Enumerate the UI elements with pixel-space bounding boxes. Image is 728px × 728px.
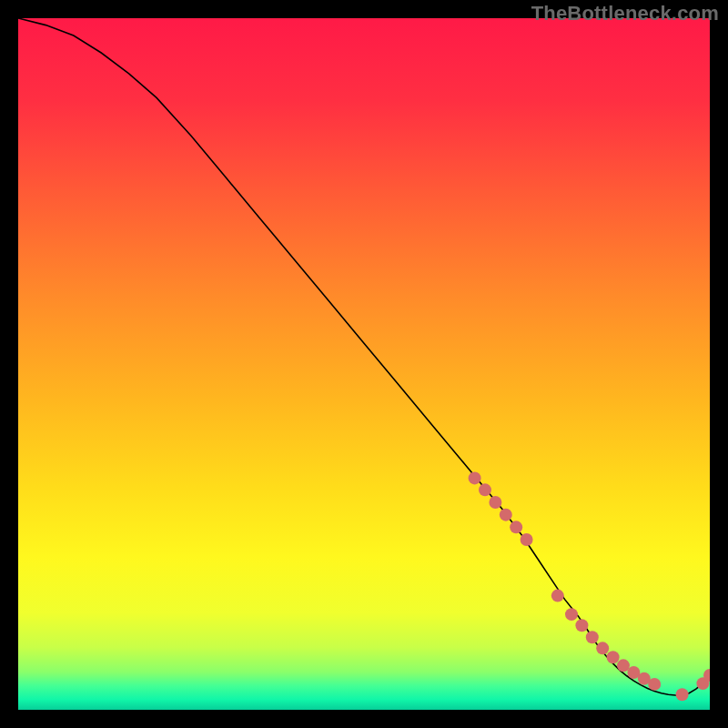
curve-marker [676, 688, 689, 701]
curve-marker [489, 496, 501, 509]
curve-marker [469, 471, 481, 484]
curve-marker [617, 659, 630, 672]
attribution-label: TheBottleneck.com [531, 2, 719, 25]
plot-area [18, 18, 710, 710]
curve-marker [551, 590, 564, 602]
curve-marker [575, 619, 588, 632]
curve-marker [565, 608, 578, 621]
chart-root: TheBottleneck.com [0, 0, 728, 728]
marker-group [469, 471, 710, 701]
curve-marker [500, 509, 512, 521]
curve-marker [607, 651, 620, 663]
curve-line [18, 18, 710, 695]
curve-layer [18, 18, 710, 710]
curve-marker [510, 521, 522, 533]
curve-marker [521, 533, 533, 546]
curve-marker [596, 642, 609, 654]
curve-marker [586, 631, 599, 643]
curve-marker [479, 483, 491, 496]
curve-marker [648, 678, 661, 691]
